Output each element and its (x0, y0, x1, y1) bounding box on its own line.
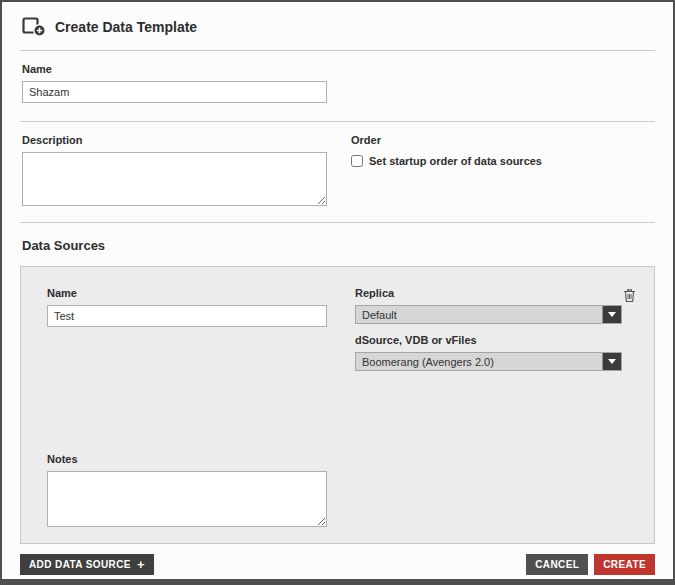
add-data-source-button[interactable]: ADD DATA SOURCE + (20, 554, 154, 575)
startup-order-checkbox-label: Set startup order of data sources (369, 155, 542, 167)
notes-label: Notes (47, 453, 628, 465)
create-data-template-dialog: Create Data Template Name Description Or… (0, 0, 675, 585)
footer-action-buttons: CANCEL CREATE (526, 554, 655, 575)
name-section: Name (20, 51, 655, 121)
data-source-card-grid: Name Replica Default dSource, VDB or vFi… (47, 287, 628, 381)
data-source-name-label: Name (47, 287, 327, 299)
chevron-down-icon (602, 353, 621, 370)
data-source-selects-column: Replica Default dSource, VDB or vFiles B… (355, 287, 622, 381)
replica-selected-value: Default (356, 306, 602, 323)
replica-select[interactable]: Default (355, 305, 622, 324)
create-button[interactable]: CREATE (594, 554, 655, 575)
data-template-icon (22, 17, 46, 37)
plus-icon: + (137, 560, 145, 569)
dialog-footer: ADD DATA SOURCE + CANCEL CREATE (20, 554, 655, 575)
data-source-card: Name Replica Default dSource, VDB or vFi… (20, 266, 655, 544)
name-input[interactable] (22, 81, 327, 103)
order-column: Order Set startup order of data sources (351, 134, 542, 206)
source-type-label: dSource, VDB or vFiles (355, 334, 622, 346)
description-column: Description (22, 134, 327, 206)
replica-label: Replica (355, 287, 622, 299)
page-title: Create Data Template (55, 19, 197, 35)
source-select[interactable]: Boomerang (Avengers 2.0) (355, 352, 622, 371)
notes-block: Notes (47, 453, 628, 527)
startup-order-checkbox-row[interactable]: Set startup order of data sources (351, 155, 542, 167)
description-textarea[interactable] (22, 152, 327, 206)
source-selected-value: Boomerang (Avengers 2.0) (356, 353, 602, 370)
data-source-name-input[interactable] (47, 305, 327, 327)
startup-order-checkbox[interactable] (351, 155, 363, 167)
description-label: Description (22, 134, 327, 146)
notes-textarea[interactable] (47, 471, 327, 527)
cancel-button[interactable]: CANCEL (526, 554, 588, 575)
add-data-source-label: ADD DATA SOURCE (29, 559, 131, 570)
trash-icon (623, 288, 636, 303)
delete-data-source-button[interactable] (622, 287, 637, 304)
data-sources-heading: Data Sources (22, 238, 653, 253)
data-source-name-column: Name (47, 287, 327, 327)
description-order-row: Description Order Set startup order of d… (20, 122, 655, 222)
order-label: Order (351, 134, 542, 146)
name-label: Name (22, 63, 653, 75)
chevron-down-icon (602, 306, 621, 323)
dialog-header: Create Data Template (20, 2, 655, 50)
data-sources-heading-wrap: Data Sources (20, 223, 655, 266)
